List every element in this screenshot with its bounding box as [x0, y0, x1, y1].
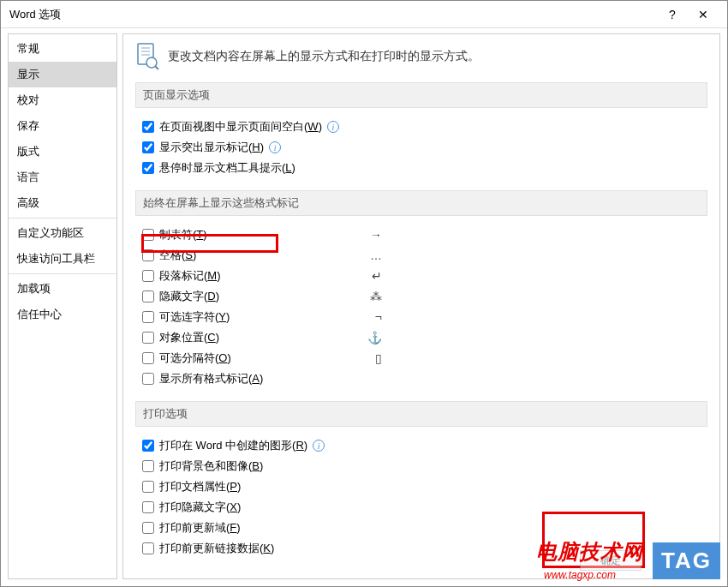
sidebar-item[interactable]: 加载项	[9, 276, 116, 302]
option-label[interactable]: 显示突出显示标记(H)	[159, 140, 264, 155]
section-header-page-display: 页面显示选项	[135, 82, 707, 108]
option-row: 显示突出显示标记(H)i	[142, 137, 707, 158]
option-row: 可选分隔符(O)▯	[142, 348, 707, 368]
format-symbol: …	[370, 249, 382, 262]
option-checkbox[interactable]	[142, 352, 154, 364]
option-row: 打印文档属性(P)	[142, 476, 707, 497]
option-label[interactable]: 隐藏文字(D)	[159, 289, 219, 304]
format-symbol: ⁂	[370, 290, 382, 303]
option-row: 打印背景色和图像(B)	[142, 456, 707, 476]
option-label[interactable]: 对象位置(C)	[159, 330, 219, 345]
sidebar-item[interactable]: 保存	[9, 113, 116, 139]
option-label[interactable]: 显示所有格式标记(A)	[159, 371, 263, 386]
format-symbol: ¬	[375, 310, 382, 324]
option-label[interactable]: 空格(S)	[159, 248, 196, 263]
option-label[interactable]: 打印背景色和图像(B)	[159, 458, 263, 474]
option-label[interactable]: 可选连字符(Y)	[159, 309, 230, 325]
sidebar-item[interactable]: 快速访问工具栏	[9, 246, 116, 272]
option-label[interactable]: 打印前更新链接数据(K)	[159, 541, 274, 556]
format-symbol: ↵	[372, 269, 382, 283]
sidebar-item[interactable]: 常规	[9, 36, 116, 62]
main-panel: 更改文档内容在屏幕上的显示方式和在打印时的显示方式。 页面显示选项 在页面视图中…	[122, 33, 720, 579]
format-symbol: ⚓	[367, 331, 382, 344]
sidebar-item[interactable]: 显示	[9, 62, 116, 87]
option-row: 制表符(T)→	[142, 225, 707, 245]
dialog-body: 常规显示校对保存版式语言高级 自定义功能区快速访问工具栏 加载项信任中心	[1, 28, 727, 586]
option-row: 显示所有格式标记(A)	[142, 368, 707, 389]
watermark-text: 电脑技术网	[536, 538, 643, 566]
option-checkbox[interactable]	[142, 121, 154, 133]
dialog-title: Word 选项	[9, 7, 657, 22]
sidebar-item[interactable]: 高级	[9, 190, 116, 216]
close-button[interactable]: ✕	[688, 1, 719, 28]
option-row: 打印隐藏文字(X)	[142, 497, 707, 518]
sidebar-separator	[9, 273, 116, 274]
option-label[interactable]: 制表符(T)	[159, 227, 207, 243]
sidebar-item[interactable]: 校对	[9, 87, 116, 113]
sidebar-item[interactable]: 语言	[9, 165, 116, 190]
option-label[interactable]: 悬停时显示文档工具提示(L)	[159, 160, 295, 176]
format-symbol: →	[370, 228, 382, 242]
option-label[interactable]: 打印在 Word 中创建的图形(R)	[159, 438, 307, 453]
option-row: 悬停时显示文档工具提示(L)	[142, 158, 707, 178]
option-checkbox[interactable]	[142, 373, 154, 385]
option-checkbox[interactable]	[142, 542, 154, 554]
sidebar: 常规显示校对保存版式语言高级 自定义功能区快速访问工具栏 加载项信任中心	[8, 33, 117, 579]
option-row: 段落标记(M)↵	[142, 266, 707, 286]
option-label[interactable]: 可选分隔符(O)	[159, 350, 231, 366]
tag-badge: TAG	[653, 542, 720, 579]
section-header-formatting-marks: 始终在屏幕上显示这些格式标记	[135, 190, 707, 216]
sidebar-item[interactable]: 版式	[9, 139, 116, 165]
svg-line-5	[155, 66, 158, 69]
panel-description: 更改文档内容在屏幕上的显示方式和在打印时的显示方式。	[168, 49, 480, 64]
info-icon[interactable]: i	[327, 121, 339, 133]
option-label[interactable]: 打印前更新域(F)	[159, 520, 241, 536]
option-checkbox[interactable]	[142, 311, 154, 323]
option-checkbox[interactable]	[142, 501, 154, 513]
document-icon	[135, 43, 159, 70]
titlebar: Word 选项 ? ✕	[1, 1, 727, 28]
option-row: 可选连字符(Y)¬	[142, 307, 707, 327]
option-row: 空格(S)…	[142, 245, 707, 266]
word-options-dialog: Word 选项 ? ✕ 常规显示校对保存版式语言高级 自定义功能区快速访问工具栏…	[0, 0, 728, 587]
option-checkbox[interactable]	[142, 332, 154, 344]
sidebar-item[interactable]: 自定义功能区	[9, 220, 116, 246]
option-row: 在页面视图中显示页面间空白(W)i	[142, 117, 707, 137]
sidebar-item[interactable]: 信任中心	[9, 302, 116, 327]
format-symbol: ▯	[375, 351, 382, 365]
option-checkbox[interactable]	[142, 460, 154, 472]
option-checkbox[interactable]	[142, 481, 154, 493]
option-checkbox[interactable]	[142, 270, 154, 282]
option-label[interactable]: 打印文档属性(P)	[159, 479, 241, 494]
option-checkbox[interactable]	[142, 141, 154, 153]
help-button[interactable]: ?	[657, 1, 688, 28]
option-row: 打印前更新域(F)	[142, 518, 707, 538]
option-checkbox[interactable]	[142, 229, 154, 241]
watermark-url: www.tagxp.com	[544, 569, 616, 581]
option-label[interactable]: 段落标记(M)	[159, 268, 221, 284]
option-checkbox[interactable]	[142, 249, 154, 261]
panel-header: 更改文档内容在屏幕上的显示方式和在打印时的显示方式。	[135, 43, 707, 70]
option-checkbox[interactable]	[142, 440, 154, 452]
option-checkbox[interactable]	[142, 291, 154, 302]
option-row: 隐藏文字(D)⁂	[142, 286, 707, 307]
option-row: 打印在 Word 中创建的图形(R)i	[142, 435, 707, 456]
option-label[interactable]: 打印隐藏文字(X)	[159, 500, 241, 515]
option-label[interactable]: 在页面视图中显示页面间空白(W)	[159, 119, 322, 135]
section-body-formatting-marks: 制表符(T)→空格(S)…段落标记(M)↵隐藏文字(D)⁂可选连字符(Y)¬对象…	[135, 225, 707, 401]
info-icon[interactable]: i	[313, 440, 325, 452]
sidebar-separator	[9, 218, 116, 219]
section-header-print: 打印选项	[135, 401, 707, 427]
option-checkbox[interactable]	[142, 162, 154, 174]
option-checkbox[interactable]	[142, 522, 154, 534]
option-row: 对象位置(C)⚓	[142, 327, 707, 348]
info-icon[interactable]: i	[269, 141, 281, 153]
section-body-page-display: 在页面视图中显示页面间空白(W)i显示突出显示标记(H)i悬停时显示文档工具提示…	[135, 117, 707, 190]
